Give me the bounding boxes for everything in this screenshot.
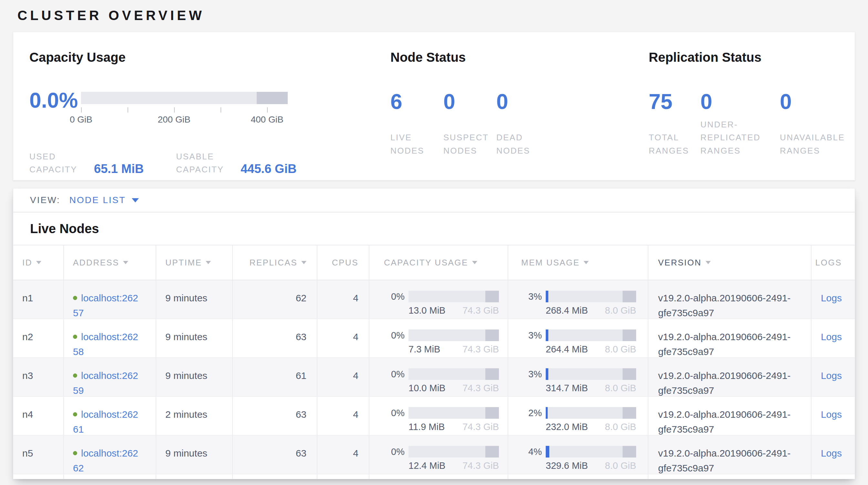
capacity-bar: 0 GiB200 GiB400 GiB (81, 92, 288, 104)
mem-used-value: 314.7 MiB (546, 382, 588, 394)
mem-total-value: 8.0 GiB (605, 305, 636, 316)
page-title: CLUSTER OVERVIEW (18, 8, 855, 23)
capacity-bar-cap-segment (485, 291, 499, 302)
node-status-stats: 6LIVE NODES0SUSPECT NODES0DEAD NODES (391, 89, 649, 157)
column-header-id[interactable]: ID (13, 246, 64, 280)
cell-replicas: 62 (233, 280, 317, 318)
capacity-bar-cap-segment (485, 330, 499, 341)
column-header-uptime[interactable]: UPTIME (156, 246, 233, 280)
cell-capacity (369, 474, 508, 479)
mem-used-value: 232.0 MiB (546, 421, 588, 432)
logs-link[interactable]: Logs (821, 409, 842, 420)
cell-version (648, 474, 811, 479)
live-nodes-heading: Live Nodes (13, 212, 855, 245)
table-row-partial (13, 474, 855, 479)
stat-suspect-nodes: 0SUSPECT NODES (443, 89, 496, 157)
stat-label: UNAVAILABLE RANGES (780, 131, 857, 157)
cell-version: v19.2.0-alpha.20190606-2491-gfe735c9a97 (648, 397, 811, 435)
cell-capacity-usage: 0%10.0 MiB74.3 GiB (369, 358, 508, 396)
node-address-link[interactable]: localhost:26261 (73, 409, 138, 434)
mem-total-value: 8.0 GiB (605, 344, 636, 355)
cell-mem (508, 474, 648, 479)
node-address-link[interactable]: localhost:26257 (73, 293, 138, 318)
stat-label: USED CAPACITY (29, 150, 84, 176)
column-header-mem[interactable]: MEM USAGE (508, 246, 648, 280)
mem-percent: 3% (521, 291, 542, 302)
capacity-meter: 0%7.3 MiB74.3 GiB (384, 330, 507, 355)
node-live-dot (73, 335, 77, 339)
node-live-dot (73, 412, 77, 417)
mem-bar-cap-segment (623, 407, 636, 419)
cell-version: v19.2.0-alpha.20190606-2491-gfe735c9a97 (648, 435, 811, 474)
cell-address: localhost:26258 (64, 319, 156, 357)
capacity-used-value: 10.0 MiB (408, 382, 445, 394)
cell-id (13, 474, 64, 479)
mem-bar-cap-segment (623, 291, 636, 302)
column-header-capacity[interactable]: CAPACITY USAGE (369, 246, 508, 280)
column-header-address[interactable]: ADDRESS (64, 246, 156, 280)
stat-usable-capacity: USABLE CAPACITY445.6 GiB (176, 150, 297, 176)
node-address-link[interactable]: localhost:26262 (73, 448, 138, 473)
capacity-usage-chart: 0.0% 0 GiB200 GiB400 GiB (29, 89, 391, 112)
stat-value: 75 (649, 89, 701, 114)
view-selected-value: NODE LIST (69, 195, 126, 205)
mem-meter: 3%314.7 MiB8.0 GiB (521, 368, 648, 394)
logs-link[interactable]: Logs (821, 293, 842, 303)
cell-cpus: 4 (317, 397, 369, 435)
live-nodes-table-header: IDADDRESSUPTIMEREPLICASCPUSCAPACITY USAG… (13, 245, 855, 280)
stat-label: LIVE NODES (391, 131, 439, 157)
axis-tick (221, 107, 221, 113)
capacity-percent-value: 0.0% (29, 89, 81, 112)
cell-mem-usage: 3%314.7 MiB8.0 GiB (508, 358, 648, 396)
replication-status-heading: Replication Status (649, 50, 864, 65)
table-row: n5localhost:262629 minutes6340%12.4 MiB7… (13, 435, 855, 474)
node-status-heading: Node Status (391, 50, 649, 65)
mem-total-value: 8.0 GiB (605, 382, 636, 394)
live-nodes-card: VIEW: NODE LIST Live Nodes IDADDRESSUPTI… (13, 188, 855, 479)
mem-bar-fill (546, 368, 548, 380)
column-header-replicas[interactable]: REPLICAS (233, 246, 317, 280)
mem-bar-cap-segment (623, 446, 636, 458)
stat-live-nodes: 6LIVE NODES (391, 89, 443, 157)
stat-value: 0 (496, 89, 561, 114)
logs-link[interactable]: Logs (821, 370, 842, 381)
capacity-bar-cap-segment (485, 368, 499, 380)
capacity-bar (408, 446, 499, 458)
cell-uptime: 9 minutes (156, 280, 233, 318)
axis-tick (267, 107, 268, 113)
capacity-meter: 0%12.4 MiB74.3 GiB (384, 446, 507, 471)
stat-label: UNDER-REPLICATED RANGES (701, 118, 768, 157)
cell-uptime (156, 474, 233, 479)
cell-node-id: n4 (13, 397, 64, 435)
mem-percent: 3% (521, 368, 542, 380)
node-address-link[interactable]: localhost:26259 (73, 370, 138, 396)
capacity-percent: 0% (384, 446, 405, 458)
mem-total-value: 8.0 GiB (605, 421, 636, 432)
cell-logs: Logs (811, 358, 855, 396)
mem-meter: 3%264.4 MiB8.0 GiB (521, 330, 648, 355)
view-selector-dropdown[interactable]: NODE LIST (69, 195, 139, 205)
sort-arrow-icon (706, 261, 711, 264)
stat-value: 0 (443, 89, 496, 114)
capacity-meter: 0%11.9 MiB74.3 GiB (384, 407, 507, 432)
cell-logs: Logs (811, 280, 855, 318)
axis-tick-label: 400 GiB (251, 114, 283, 125)
stat-value: 6 (391, 89, 443, 114)
cell-mem-usage: 3%268.4 MiB8.0 GiB (508, 280, 648, 318)
logs-link[interactable]: Logs (821, 448, 842, 458)
capacity-percent: 0% (384, 407, 405, 419)
logs-link[interactable]: Logs (821, 332, 842, 342)
cell-address (64, 474, 156, 479)
sort-arrow-icon (123, 261, 128, 264)
cell-node-id: n3 (13, 358, 64, 396)
cell-uptime: 9 minutes (156, 435, 233, 474)
cell-capacity-usage: 0%11.9 MiB74.3 GiB (369, 397, 508, 435)
mem-bar (546, 291, 636, 302)
node-address-link[interactable]: localhost:26258 (73, 332, 138, 357)
cell-mem-usage: 2%232.0 MiB8.0 GiB (508, 397, 648, 435)
column-header-version[interactable]: VERSION (648, 246, 811, 280)
cell-replicas: 63 (233, 397, 317, 435)
capacity-percent: 0% (384, 291, 405, 302)
cell-mem-usage: 3%264.4 MiB8.0 GiB (508, 319, 648, 357)
sort-arrow-icon (301, 261, 306, 264)
